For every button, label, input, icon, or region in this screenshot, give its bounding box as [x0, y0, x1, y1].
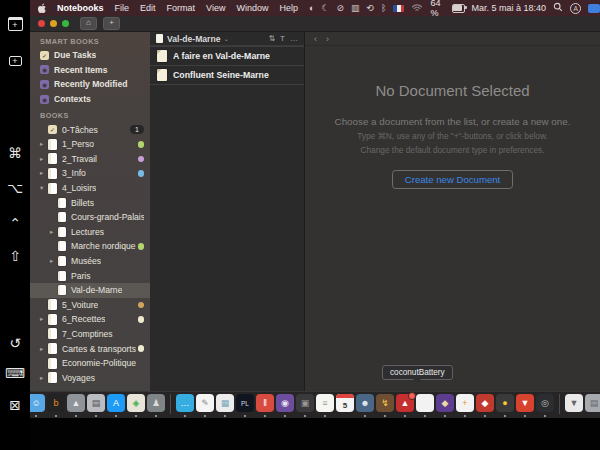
dock-icon-photos-frame[interactable]: ▦ [216, 394, 234, 412]
sidebar-book-mus-es[interactable]: ▸Musées [30, 254, 150, 269]
input-language-flag-icon[interactable] [393, 5, 404, 12]
spotlight-search-icon[interactable] [553, 2, 563, 14]
sidebar-item-due-tasks[interactable]: ✓Due Tasks [30, 48, 150, 63]
sidebar-book-paris[interactable]: Paris [30, 268, 150, 283]
sidebar-book-7-comptines[interactable]: 7_Comptines [30, 327, 150, 342]
more-icon[interactable]: … [290, 34, 298, 43]
dock-icon-calendar[interactable]: 5 [336, 394, 354, 412]
menu-format[interactable]: Format [167, 3, 196, 13]
sidebar-book-2-travail[interactable]: ▸2_Travail [30, 152, 150, 167]
apple-menu-icon[interactable] [38, 3, 47, 14]
keyboard-icon[interactable]: ⌨ [0, 366, 30, 380]
sidebar-book-marche-nordique[interactable]: Marche nordique [30, 239, 150, 254]
dock-icon-finder[interactable]: ☺ [30, 394, 45, 412]
menu-file[interactable]: File [115, 3, 130, 13]
chevron-right-icon[interactable]: ▸ [40, 140, 48, 148]
sidebar-book-0-t-ches[interactable]: ✓0-Tâches1 [30, 122, 150, 137]
zoom-window-button[interactable] [62, 20, 69, 27]
bluetooth-icon[interactable]: ᛒ [381, 3, 386, 13]
menu-window[interactable]: Window [236, 3, 268, 13]
menu-app-name[interactable]: Notebooks [57, 3, 104, 13]
close-window-button[interactable] [38, 20, 45, 27]
stats-columns-icon[interactable]: ▥ [351, 3, 360, 13]
screen-sharing-icon[interactable] [588, 4, 600, 13]
dock-icon-textedit[interactable]: ✎ [196, 394, 214, 412]
back-icon[interactable]: ‹ [314, 34, 317, 44]
chevron-right-icon[interactable]: ▸ [50, 228, 58, 236]
sidebar-book-lectures[interactable]: ▸Lectures [30, 225, 150, 240]
dock-icon-white-document-app[interactable] [416, 394, 434, 412]
dock-icon-dark-utility-app[interactable]: ▣ [296, 394, 314, 412]
sidebar-item-recent-items[interactable]: ◉Recent Items [30, 63, 150, 78]
sidebar-book-billets[interactable]: Billets [30, 195, 150, 210]
sidebar-book-voyages[interactable]: ▸Voyages [30, 370, 150, 385]
dock-icon-purple-compass-app[interactable]: ◉ [276, 394, 294, 412]
menu-bar-clock[interactable]: Mar. 5 mai à 18:40 [472, 3, 547, 13]
minimize-window-button[interactable] [50, 20, 57, 27]
dock-icon-maps[interactable]: ◈ [127, 394, 145, 412]
sidebar-book-economie-politique[interactable]: Economie-Politique [30, 356, 150, 371]
dock-icon-trash[interactable]: ▤ [585, 394, 600, 412]
chevron-down-icon[interactable]: ⌄ [224, 35, 229, 43]
sidebar-item-contexts[interactable]: ◉Contexts [30, 92, 150, 107]
accessibility-icon[interactable]: A [570, 3, 581, 14]
dock-icon-red-ds-app[interactable]: ◆ [476, 394, 494, 412]
create-new-document-button[interactable]: Create new Document [392, 170, 513, 189]
sidebar-book-5-voiture[interactable]: 5_Voiture [30, 298, 150, 313]
sidebar-book-1-perso[interactable]: ▸1_Perso [30, 137, 150, 152]
menu-help[interactable]: Help [279, 3, 298, 13]
document-row[interactable]: Confluent Seine-Marne [150, 66, 304, 85]
dock-icon-messages[interactable]: … [176, 394, 194, 412]
dock-icon-browser-orange[interactable]: b [47, 394, 65, 412]
sidebar-book-4-loisirs[interactable]: ▾4_Loisirs [30, 181, 150, 196]
chevron-right-icon[interactable]: ▸ [40, 155, 48, 163]
dock-icon-coconutbattery[interactable]: ↯ [376, 394, 394, 412]
dock-icon-downloads-stack[interactable]: ▼ [565, 394, 583, 412]
menu-edit[interactable]: Edit [140, 3, 156, 13]
sidebar-book-3-info[interactable]: ▸3_Info [30, 166, 150, 181]
list-title[interactable]: Val-de-Marne [167, 34, 221, 44]
hide-keyboard-icon[interactable]: ⊠ [0, 398, 30, 412]
dock-icon-statue-app[interactable]: ♟ [147, 394, 165, 412]
time-machine-icon[interactable]: ⟲ [367, 3, 375, 13]
dock-icon-red-badged-app[interactable]: ▲ [396, 394, 414, 412]
add-window-icon[interactable]: + [0, 52, 30, 66]
menu-view[interactable]: View [206, 3, 225, 13]
wifi-icon[interactable] [411, 3, 423, 14]
sidebar-book-val-de-marne[interactable]: Val-de-Marne [30, 283, 150, 298]
dock-icon-printer[interactable]: ▤ [87, 394, 105, 412]
shift-key-icon[interactable]: ⇧ [0, 249, 30, 263]
chevron-right-icon[interactable]: ▸ [40, 169, 48, 177]
dock-icon-pl-app[interactable]: PL [236, 394, 254, 412]
forward-icon[interactable]: › [326, 34, 329, 44]
dock-icon-dark-circle-app[interactable]: ◎ [536, 394, 554, 412]
sidebar-book-6-recettes[interactable]: ▸6_Recettes [30, 312, 150, 327]
dock-icon-app-store[interactable]: A [107, 394, 125, 412]
chevron-down-icon[interactable]: ▾ [40, 184, 48, 192]
home-button[interactable]: ⌂ [80, 17, 97, 30]
dock-icon-brave[interactable]: ▼ [516, 394, 534, 412]
add-display-icon[interactable]: + [0, 16, 30, 31]
text-size-icon[interactable]: T [280, 34, 285, 43]
dock-icon-red-white-app[interactable]: ‖ [256, 394, 274, 412]
document-row[interactable]: A faire en Val-de-Marne [150, 46, 304, 66]
dock-icon-cyberduck[interactable]: ● [496, 394, 514, 412]
control-key-icon[interactable]: ⌃ [0, 216, 30, 230]
sidebar-book-cours-grand-palais[interactable]: Cours-grand-Palais [30, 210, 150, 225]
option-key-icon[interactable]: ⌥ [0, 181, 30, 195]
sidebar-item-recently-modified[interactable]: ◉Recently Modified [30, 77, 150, 92]
command-key-icon[interactable]: ⌘ [0, 146, 30, 160]
dock-icon-launchpad[interactable]: ▲ [67, 394, 85, 412]
moon-icon[interactable]: ☾ [321, 3, 329, 13]
undo-icon[interactable]: ↺ [0, 336, 30, 350]
chevron-right-icon[interactable]: ▸ [50, 257, 58, 265]
dock-icon-purple-emblem-app[interactable]: ◆ [436, 394, 454, 412]
chevron-right-icon[interactable]: ▸ [40, 345, 48, 353]
chevron-right-icon[interactable]: ▸ [40, 315, 48, 323]
contrast-icon[interactable]: ◐ [309, 3, 314, 13]
chevron-right-icon[interactable]: ▸ [40, 374, 48, 382]
do-not-disturb-icon[interactable]: ⊘ [336, 3, 344, 13]
dock-icon-notes-app[interactable]: ≡ [316, 394, 334, 412]
add-button[interactable]: + [103, 17, 120, 30]
sort-icon[interactable]: ⇅ [268, 34, 275, 43]
